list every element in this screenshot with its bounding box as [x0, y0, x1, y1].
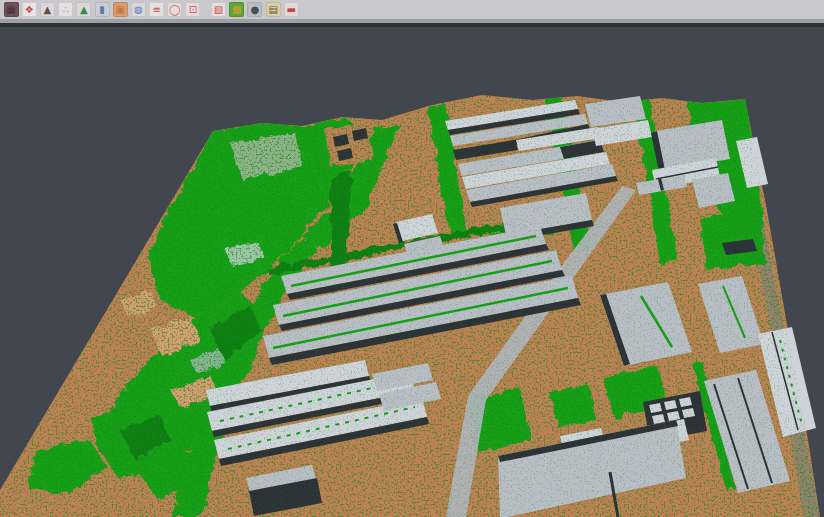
terrain-dark-icon[interactable]: ▲: [40, 2, 55, 17]
ortho-layer-icon[interactable]: ▣: [113, 2, 128, 17]
globe-icon[interactable]: ◍: [131, 2, 146, 17]
circle-select-icon[interactable]: ◯: [167, 2, 182, 17]
color-points-icon[interactable]: ❖: [22, 2, 37, 17]
selection-box-icon[interactable]: ▧: [211, 2, 226, 17]
texture-icon[interactable]: ▤: [266, 2, 281, 17]
terrain-green-icon[interactable]: ▲: [76, 2, 91, 17]
viewport-3d[interactable]: [0, 27, 824, 517]
toolbar: ▦❖▲∴▲▮▣◍≡◯⊡▧▩●▤▬: [0, 0, 824, 19]
mesh-dark-icon[interactable]: ●: [247, 2, 262, 17]
classification-icon[interactable]: ▩: [229, 2, 244, 17]
open-cloud-icon[interactable]: ▦: [4, 2, 19, 17]
red-card-icon[interactable]: ▬: [284, 2, 299, 17]
red-list-icon[interactable]: ≡: [149, 2, 164, 17]
height-ramp-icon[interactable]: ▮: [95, 2, 110, 17]
sparse-points-icon[interactable]: ∴: [58, 2, 73, 17]
extent-icon[interactable]: ⊡: [185, 2, 200, 17]
